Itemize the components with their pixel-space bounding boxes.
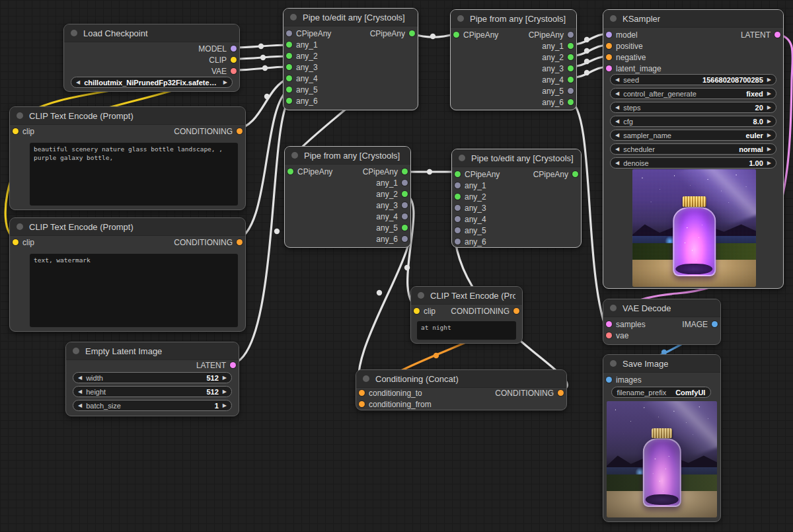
input-slot-vae[interactable]: vae xyxy=(606,330,628,341)
slot-dot[interactable] xyxy=(606,43,612,49)
node-ksampler[interactable]: KSampler modelpositivenegativelatent_ima… xyxy=(603,9,784,289)
slot-dot[interactable] xyxy=(231,57,237,63)
positive-prompt-textarea[interactable]: beautiful scenery nature glass bottle la… xyxy=(30,143,238,206)
input-slot-samples[interactable]: samples xyxy=(606,319,646,330)
slot-dot[interactable] xyxy=(231,68,237,74)
slot-dot[interactable] xyxy=(568,77,574,83)
output-slot-cpipeany[interactable]: CPipeAny xyxy=(363,166,408,177)
output-slot-any_4[interactable]: any_4 xyxy=(376,211,408,222)
slot-dot[interactable] xyxy=(606,65,612,71)
slot-dot[interactable] xyxy=(455,182,461,188)
decrement-arrow-icon[interactable]: ◀ xyxy=(615,132,619,138)
graph-canvas[interactable]: Load Checkpoint MODELCLIPVAE ◀chilloutmi… xyxy=(0,0,793,532)
decrement-arrow-icon[interactable]: ◀ xyxy=(78,402,82,408)
node-clip-text-encode-negative[interactable]: CLIP Text Encode (Prompt) clip CONDITION… xyxy=(9,217,246,332)
slot-dot[interactable] xyxy=(13,128,19,134)
input-slot-any_5[interactable]: any_5 xyxy=(455,225,486,236)
output-slot-cpipeany[interactable]: CPipeAny xyxy=(370,28,415,39)
widget-filename_prefix[interactable]: filename_prefixComfyUI xyxy=(611,387,711,398)
slot-dot[interactable] xyxy=(286,75,292,81)
slot-dot[interactable] xyxy=(568,99,574,105)
slot-dot[interactable] xyxy=(286,30,292,36)
slot-dot[interactable] xyxy=(286,53,292,59)
input-slot-negative[interactable]: negative xyxy=(606,52,646,63)
output-slot-clip[interactable]: CLIP xyxy=(209,54,237,65)
input-slot-any_5[interactable]: any_5 xyxy=(286,84,318,95)
decrement-arrow-icon[interactable]: ◀ xyxy=(615,91,619,96)
node-titlebar[interactable]: Conditioning (Concat) xyxy=(356,370,566,388)
output-slot-cpipeany[interactable]: CPipeAny xyxy=(529,29,574,40)
slot-dot[interactable] xyxy=(606,377,612,383)
slot-dot[interactable] xyxy=(455,171,461,177)
output-slot-any_2[interactable]: any_2 xyxy=(376,188,408,200)
slot-dot[interactable] xyxy=(13,239,19,245)
node-collapse-dot[interactable] xyxy=(17,223,23,230)
slot-dot[interactable] xyxy=(402,191,408,197)
night-prompt-textarea[interactable]: at night xyxy=(417,321,516,340)
slot-dot[interactable] xyxy=(558,390,564,396)
output-slot-any_1[interactable]: any_1 xyxy=(376,177,408,188)
input-slot-conditioning_from[interactable]: conditioning_from xyxy=(359,399,432,410)
decrement-arrow-icon[interactable]: ◀ xyxy=(615,146,619,152)
input-slot-clip[interactable]: clip xyxy=(13,237,34,248)
increment-arrow-icon[interactable]: ▶ xyxy=(767,132,771,138)
node-collapse-dot[interactable] xyxy=(610,15,617,22)
node-titlebar[interactable]: KSampler xyxy=(603,10,783,28)
slot-dot[interactable] xyxy=(606,332,612,338)
input-slot-conditioning_to[interactable]: conditioning_to xyxy=(359,387,422,399)
node-titlebar[interactable]: VAE Decode xyxy=(603,299,720,317)
decrement-arrow-icon[interactable]: ◀ xyxy=(78,375,82,381)
slot-dot[interactable] xyxy=(455,227,461,233)
slot-dot[interactable] xyxy=(513,308,519,314)
input-slot-clip[interactable]: clip xyxy=(13,126,34,137)
increment-arrow-icon[interactable]: ▶ xyxy=(223,375,227,381)
slot-dot[interactable] xyxy=(359,390,365,396)
increment-arrow-icon[interactable]: ▶ xyxy=(223,402,227,408)
output-slot-any_6[interactable]: any_6 xyxy=(542,96,574,108)
output-slot-vae[interactable]: VAE xyxy=(211,65,237,77)
input-slot-any_3[interactable]: any_3 xyxy=(455,202,486,213)
slot-dot[interactable] xyxy=(287,169,293,174)
node-titlebar[interactable]: CLIP Text Encode (Prompt) xyxy=(10,107,245,125)
slot-dot[interactable] xyxy=(402,202,408,208)
output-slot-conditioning[interactable]: CONDITIONING xyxy=(174,126,243,137)
output-slot-any_3[interactable]: any_3 xyxy=(542,63,574,74)
output-slot-any_4[interactable]: any_4 xyxy=(542,74,574,85)
slot-dot[interactable] xyxy=(402,180,408,186)
node-save-image[interactable]: Save Image images filename_prefixComfyUI xyxy=(603,354,721,522)
increment-arrow-icon[interactable]: ▶ xyxy=(767,104,771,110)
widget-value[interactable]: ◀chilloutmix_NiPrunedFp32Fix.safetensors… xyxy=(71,77,233,88)
input-slot-cpipeany[interactable]: CPipeAny xyxy=(453,29,498,40)
slot-dot[interactable] xyxy=(568,32,574,38)
node-collapse-dot[interactable] xyxy=(73,348,79,354)
slot-dot[interactable] xyxy=(568,88,574,94)
node-collapse-dot[interactable] xyxy=(71,30,77,36)
node-titlebar[interactable]: Load Checkpoint xyxy=(64,24,239,42)
slot-dot[interactable] xyxy=(606,54,612,60)
slot-dot[interactable] xyxy=(402,213,408,219)
output-slot-any_6[interactable]: any_6 xyxy=(376,233,408,245)
node-pipe-to-edit-any-mid[interactable]: Pipe to/edit any [Crystools] CPipeAnyany… xyxy=(451,149,582,248)
node-load-checkpoint[interactable]: Load Checkpoint MODELCLIPVAE ◀chilloutmi… xyxy=(63,24,240,92)
input-slot-positive[interactable]: positive xyxy=(606,40,643,52)
node-titlebar[interactable]: Pipe from any [Crystools] xyxy=(451,10,576,28)
slot-dot[interactable] xyxy=(455,216,461,222)
negative-prompt-textarea[interactable]: text, watermark xyxy=(30,254,238,327)
node-collapse-dot[interactable] xyxy=(610,360,617,367)
input-slot-any_2[interactable]: any_2 xyxy=(455,191,486,202)
widget-steps[interactable]: ◀steps20▶ xyxy=(610,102,776,113)
slot-dot[interactable] xyxy=(230,362,236,368)
input-slot-clip[interactable]: clip xyxy=(414,305,435,317)
increment-arrow-icon[interactable]: ▶ xyxy=(767,146,771,152)
decrement-arrow-icon[interactable]: ◀ xyxy=(615,77,619,83)
node-collapse-dot[interactable] xyxy=(17,112,23,119)
widget-scheduler[interactable]: ◀schedulernormal▶ xyxy=(610,143,776,155)
node-collapse-dot[interactable] xyxy=(418,292,424,299)
slot-dot[interactable] xyxy=(286,87,292,93)
slot-dot[interactable] xyxy=(286,64,292,70)
slot-dot[interactable] xyxy=(402,225,408,231)
input-slot-model[interactable]: model xyxy=(606,29,638,40)
increment-arrow-icon[interactable]: ▶ xyxy=(767,77,771,83)
slot-dot[interactable] xyxy=(453,32,459,38)
node-titlebar[interactable]: Save Image xyxy=(603,355,720,373)
